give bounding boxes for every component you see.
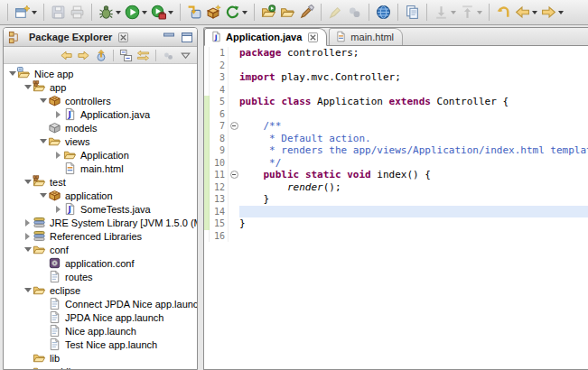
expand-arrow-icon[interactable] xyxy=(7,71,17,76)
fold-ruler xyxy=(229,108,239,121)
collapse-all-button[interactable] xyxy=(118,48,134,63)
code-line-4: 4 xyxy=(204,84,588,97)
tree-item-application-conf[interactable]: application.conf xyxy=(4,256,197,270)
expand-arrow-icon[interactable] xyxy=(38,98,48,103)
maximize-button[interactable] xyxy=(182,32,192,42)
tree-item-test-nice-app-launch[interactable]: Test Nice app.launch xyxy=(4,338,197,351)
code-line-5: 5public class Application extends Contro… xyxy=(204,96,588,108)
fold-ruler xyxy=(229,133,239,145)
copy-layers-button[interactable] xyxy=(403,2,422,23)
close-tab-icon[interactable] xyxy=(308,32,318,42)
code-editor[interactable]: 1package controllers;23import play.mvc.C… xyxy=(204,46,588,369)
print-button[interactable] xyxy=(68,2,87,23)
minimize-button[interactable] xyxy=(163,32,174,42)
expand-arrow-icon[interactable] xyxy=(23,288,33,292)
tree-item-public[interactable]: public xyxy=(4,365,197,369)
import-app-button[interactable] xyxy=(185,2,204,23)
dropdown-arrow-icon[interactable] xyxy=(242,11,247,14)
pe-up-button[interactable] xyxy=(93,48,108,63)
tree-item-label: controllers xyxy=(65,96,111,106)
pe-menu-button[interactable] xyxy=(161,48,176,63)
tree-item-models[interactable]: models xyxy=(4,121,197,134)
team-sync-button[interactable] xyxy=(345,2,364,23)
code-text xyxy=(239,60,588,72)
pe-forward-button[interactable] xyxy=(76,48,91,63)
open-play-app-button[interactable] xyxy=(259,2,278,23)
dropdown-arrow-icon[interactable] xyxy=(451,11,456,14)
web-browser-button[interactable] xyxy=(374,2,393,23)
menu-drop-button[interactable] xyxy=(178,48,193,63)
expand-arrow-icon[interactable] xyxy=(53,111,63,118)
tree-item-jre-system-library-jvm-1-5-0-mac[interactable]: JRE System Library [JVM 1.5.0 (Mac xyxy=(4,216,197,229)
dropdown-arrow-icon[interactable] xyxy=(558,11,564,14)
back-button[interactable] xyxy=(513,2,539,23)
collapse-fold-icon[interactable] xyxy=(230,122,238,130)
dropdown-arrow-icon[interactable] xyxy=(32,11,37,14)
tree-item-conf[interactable]: conf xyxy=(4,243,197,256)
sync-play-button[interactable] xyxy=(223,2,249,23)
paintbrush-button[interactable] xyxy=(297,2,316,23)
highlighter-button[interactable] xyxy=(326,2,345,23)
expand-arrow-icon[interactable] xyxy=(38,193,48,198)
line-number: 2 xyxy=(210,60,229,72)
dropdown-arrow-icon[interactable] xyxy=(116,11,121,14)
dropdown-arrow-icon[interactable] xyxy=(168,11,173,14)
tree-item-nice-app[interactable]: Nice app xyxy=(4,67,197,80)
tree-item-test[interactable]: test xyxy=(4,175,197,189)
tree-item-application[interactable]: application xyxy=(4,189,197,202)
new-wizard-button[interactable] xyxy=(13,2,39,23)
pe-back-button[interactable] xyxy=(59,48,74,63)
tree-item-main-html[interactable]: main.html xyxy=(4,162,197,175)
library-icon xyxy=(33,229,47,243)
line-number: 8 xyxy=(210,133,229,145)
tree-item-connect-jpda-nice-app-launch[interactable]: Connect JPDA Nice app.launch xyxy=(4,297,197,310)
tree-item-application[interactable]: Application xyxy=(4,148,197,162)
external-tools-icon xyxy=(151,5,166,20)
tree-item-controllers[interactable]: controllers xyxy=(4,94,197,107)
save-button[interactable] xyxy=(49,2,68,23)
tree-item-eclipse[interactable]: eclipse xyxy=(4,283,197,297)
fold-ruler xyxy=(229,193,239,206)
fold-ruler xyxy=(229,169,239,181)
run-button[interactable] xyxy=(123,2,149,23)
editor-tab-application-java[interactable]: JApplication.java xyxy=(204,28,327,46)
tree-item-jpda-nice-app-launch[interactable]: JPDA Nice app.launch xyxy=(4,310,197,324)
next-annotation-button[interactable] xyxy=(432,2,458,23)
external-tools-button[interactable] xyxy=(149,2,175,23)
link-editor-button[interactable] xyxy=(135,48,151,63)
expand-arrow-icon[interactable] xyxy=(53,206,63,213)
forward-button[interactable] xyxy=(539,2,565,23)
code-text xyxy=(239,84,588,97)
dropdown-arrow-icon[interactable] xyxy=(532,11,537,14)
editor-tab-label: Application.java xyxy=(226,32,302,42)
debug-button[interactable] xyxy=(97,2,123,23)
dropdown-arrow-icon[interactable] xyxy=(477,11,482,14)
tree-item-application-java[interactable]: JApplication.java xyxy=(4,107,197,121)
dropdown-arrow-icon[interactable] xyxy=(142,11,147,14)
tree-item-referenced-libraries[interactable]: Referenced Libraries xyxy=(4,229,197,243)
collapse-fold-icon[interactable] xyxy=(230,171,238,179)
expand-arrow-icon[interactable] xyxy=(23,85,33,89)
expand-arrow-icon[interactable] xyxy=(23,247,33,252)
tree-item-routes[interactable]: routes xyxy=(4,270,197,283)
last-edit-location-button[interactable] xyxy=(494,2,513,23)
tree-item-sometests-java[interactable]: JSomeTests.java xyxy=(4,202,197,216)
tree-item-nice-app-launch[interactable]: Nice app.launch xyxy=(4,324,197,338)
close-view-icon[interactable] xyxy=(118,32,128,42)
expand-arrow-icon[interactable] xyxy=(38,139,48,143)
tree-item-views[interactable]: views xyxy=(4,134,197,148)
tree-item-lib[interactable]: lib xyxy=(4,351,197,365)
tree-item-label: JPDA Nice app.launch xyxy=(65,312,163,323)
expand-arrow-icon[interactable] xyxy=(53,152,63,159)
editor-tab-main-html[interactable]: main.html xyxy=(329,28,403,45)
tree-item-app[interactable]: app xyxy=(4,80,197,94)
new-package-button[interactable] xyxy=(204,2,223,23)
open-folder-button[interactable] xyxy=(278,2,297,23)
package-explorer-tab[interactable]: Package Explorer xyxy=(8,31,128,44)
previous-annotation-button[interactable] xyxy=(458,2,484,23)
expand-arrow-icon[interactable] xyxy=(23,233,33,240)
code-text: * renders the app/views/Application/inde… xyxy=(239,144,588,157)
team-sync-icon xyxy=(347,5,362,20)
expand-arrow-icon[interactable] xyxy=(23,219,33,227)
expand-arrow-icon[interactable] xyxy=(23,180,33,184)
